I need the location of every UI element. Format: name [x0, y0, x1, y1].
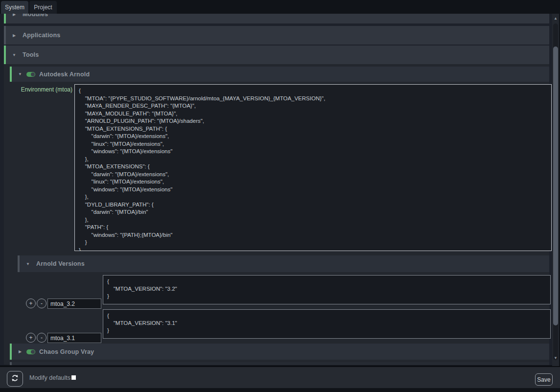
environment-mtoa-label: Environment (mtoa) — [0, 86, 72, 93]
chevron-right-icon: ▶ — [10, 14, 19, 17]
section-title: Applications — [23, 32, 60, 39]
footer-bar: Modify defaults Save — [0, 366, 560, 388]
section-title: Chaos Group Vray — [39, 348, 94, 355]
scroll-down-button[interactable]: ▼ — [552, 354, 559, 362]
chevron-down-icon: ▼ — [16, 72, 24, 76]
settings-window: System Project ▶ Modules ▶ Applications … — [0, 0, 560, 392]
chevron-down-icon: ▼ — [23, 262, 32, 266]
modify-defaults-label: Modify defaults — [29, 374, 70, 381]
add-version-button[interactable]: + — [26, 333, 36, 343]
add-version-button[interactable]: + — [26, 299, 36, 308]
environment-mtoa-json-editor[interactable]: { "MTOA": "{PYPE_STUDIO_SOFTWARE}/arnold… — [74, 84, 552, 251]
section-header-autodesk-arnold[interactable]: ▼ Autodesk Arnold — [10, 67, 549, 82]
section-header-applications[interactable]: ▶ Applications — [4, 26, 549, 45]
remove-version-button[interactable]: - — [37, 299, 47, 308]
section-title: Tools — [23, 51, 39, 58]
version-key-input[interactable] — [47, 333, 101, 343]
version-json-editor[interactable]: { "MTOA_VERSION": "3.1" } — [103, 309, 551, 339]
section-header-tools[interactable]: ▼ Tools — [4, 46, 549, 64]
section-title: Modules — [23, 14, 48, 18]
clipped-next-section — [10, 362, 549, 365]
chevron-down-icon: ▼ — [10, 53, 19, 57]
tab-project[interactable]: Project — [29, 1, 57, 14]
scroll-up-button[interactable]: ▲ — [552, 15, 559, 23]
section-title: Autodesk Arnold — [39, 71, 90, 78]
save-button[interactable]: Save — [535, 373, 553, 386]
section-header-modules[interactable]: ▶ Modules — [4, 14, 549, 23]
settings-scroll-area: ▶ Modules ▶ Applications ▼ Tools ▼ Autod… — [0, 14, 552, 365]
section-header-arnold-versions[interactable]: ▼ Arnold Versions — [18, 255, 549, 272]
version-key-input[interactable] — [47, 299, 101, 309]
vray-enabled-toggle[interactable] — [26, 349, 35, 354]
chevron-right-icon: ▶ — [10, 33, 19, 38]
section-header-chaos-group-vray[interactable]: ▶ Chaos Group Vray — [10, 344, 549, 360]
refresh-icon — [11, 374, 19, 384]
chevron-right-icon: ▶ — [16, 349, 24, 354]
tab-system[interactable]: System — [1, 1, 28, 14]
section-title: Arnold Versions — [36, 260, 85, 267]
modify-defaults-checkbox[interactable] — [71, 375, 76, 380]
refresh-button[interactable] — [7, 371, 23, 387]
tab-bar: System Project — [0, 0, 560, 14]
vertical-scrollbar[interactable]: ▲ ▼ — [552, 14, 559, 366]
remove-version-button[interactable]: - — [37, 333, 47, 343]
scrollbar-thumb[interactable] — [553, 46, 558, 325]
arnold-enabled-toggle[interactable] — [26, 72, 35, 77]
toggle-knob — [31, 350, 35, 354]
toggle-knob — [31, 72, 35, 76]
version-json-editor[interactable]: { "MTOA_VERSION": "3.2" } — [103, 275, 551, 304]
